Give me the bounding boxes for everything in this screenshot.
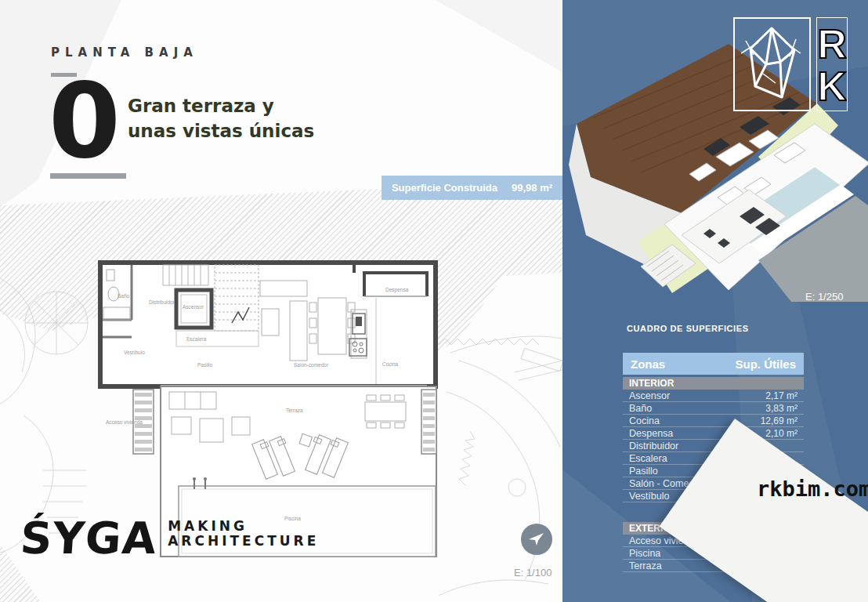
floor-number: 0 xyxy=(49,69,121,172)
presentation-page: PLANTA BAJA 0 Gran terraza y unas vistas… xyxy=(0,0,868,602)
room-label: Ascensor xyxy=(183,304,204,310)
zone-label: Piscina xyxy=(629,548,660,559)
zone-label: Despensa xyxy=(629,428,673,439)
syga-tagline-line2: ARCHITECTURE xyxy=(168,534,319,549)
surfaces-table-heading: CUADRO DE SUPERFICIES xyxy=(627,324,749,333)
table-row: Despensa 2,10 m² xyxy=(623,427,804,440)
table-row: Baño 3,83 m² xyxy=(623,402,804,415)
table-row: Ascensor 2,17 m² xyxy=(623,390,804,402)
paper-plane-icon xyxy=(526,529,547,549)
built-surface-badge: Superficie Construida 99,98 m² xyxy=(382,176,562,200)
slide-title-line2: unas vistas únicas xyxy=(128,118,314,143)
rk-letter-r: R xyxy=(817,21,847,67)
room-label: Escalera xyxy=(186,336,207,342)
room-label: Baño xyxy=(118,293,130,299)
north-arrow-icon xyxy=(521,524,552,555)
rk-letter-k: K xyxy=(817,63,847,109)
zone-value: 2,10 m² xyxy=(765,428,797,439)
rk-wordmark: R K xyxy=(816,17,848,111)
rk-logo: R K xyxy=(733,17,848,111)
room-label: Acceso vivienda xyxy=(106,419,143,425)
zone-label: Terraza xyxy=(629,560,662,571)
zone-value: 2,17 m² xyxy=(765,390,797,401)
room-label: Vestíbulo xyxy=(124,350,145,355)
render-scale-label: E: 1/250 xyxy=(805,291,843,303)
zone-label: Ascensor xyxy=(629,390,670,401)
col-zones: Zonas xyxy=(631,357,665,371)
page-title: PLANTA BAJA xyxy=(51,45,198,60)
rkbim-url[interactable]: rkbim.com xyxy=(757,477,868,501)
zone-value: 3,83 m² xyxy=(765,403,797,414)
table-header-row: Zonas Sup. Útiles xyxy=(623,353,804,375)
number-underline xyxy=(50,173,126,179)
syga-logo: ŚYGA MAKING ARCHITECTURE xyxy=(20,517,319,559)
built-surface-label: Superficie Construida xyxy=(392,182,497,194)
zone-value: 12,69 m² xyxy=(761,415,797,426)
zone-label: Distribuidor xyxy=(629,441,678,452)
zone-label: Escalera xyxy=(629,453,667,464)
table-row: Cocina 12,69 m² xyxy=(623,415,804,427)
syga-wordmark: ŚYGA xyxy=(19,517,158,559)
zone-label: Baño xyxy=(629,403,652,414)
room-label: Distribuidor xyxy=(149,299,175,305)
room-label: Despensa xyxy=(385,287,409,293)
slide-title: Gran terraza y unas vistas únicas xyxy=(128,93,314,143)
syga-tagline: MAKING ARCHITECTURE xyxy=(168,519,319,559)
floor-plan-sheet: PLANTA BAJA 0 Gran terraza y unas vistas… xyxy=(0,0,562,602)
room-label: Salón-comedor xyxy=(294,362,329,368)
zone-label: Cocina xyxy=(629,415,660,426)
zone-label: Pasillo xyxy=(629,466,658,477)
interior-section-header: INTERIOR xyxy=(623,377,804,390)
room-label: Terraza xyxy=(286,408,303,413)
room-label: Pasillo xyxy=(197,362,213,368)
plan-scale-label: E: 1/100 xyxy=(514,567,552,578)
slide-title-line1: Gran terraza y xyxy=(128,93,314,118)
built-surface-value: 99,98 m² xyxy=(512,182,552,194)
house-plan xyxy=(100,263,436,386)
syga-tagline-line1: MAKING xyxy=(168,519,319,534)
col-sup-utiles: Sup. Útiles xyxy=(735,357,796,371)
room-label: Cocina xyxy=(382,361,399,367)
zone-label: Vestíbulo xyxy=(629,491,669,502)
rk-crystal-icon xyxy=(733,17,811,111)
